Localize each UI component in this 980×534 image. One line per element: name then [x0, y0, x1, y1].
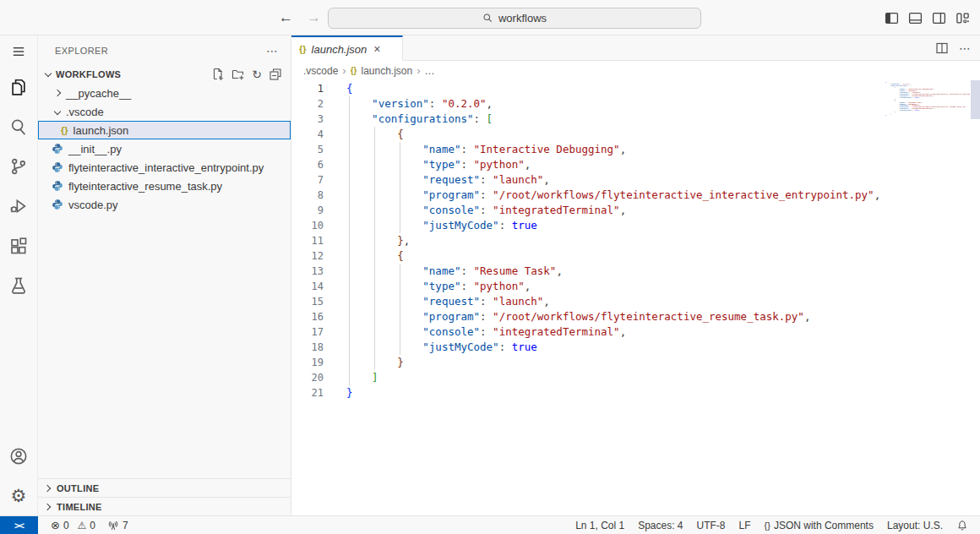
code-line[interactable]: 9 "console": "integratedTerminal", — [291, 203, 980, 218]
sidebar-bottom-sections: OUTLINE TIMELINE — [38, 478, 291, 515]
line-number[interactable]: 6 — [291, 157, 324, 172]
tree-item[interactable]: .vscode — [38, 102, 291, 121]
search-button[interactable] — [0, 106, 38, 146]
testing-button[interactable] — [0, 265, 38, 305]
line-number[interactable]: 3 — [291, 112, 324, 127]
remote-indicator[interactable]: >< — [0, 516, 38, 534]
language-mode-status[interactable]: {} JSON with Comments — [758, 516, 880, 534]
code-editor[interactable]: 1 { 2 "version": "0.2.0", 3 "configurati… — [291, 80, 980, 515]
code-line[interactable]: 21 } — [291, 385, 980, 400]
notifications-button[interactable] — [950, 516, 975, 534]
line-number[interactable]: 10 — [291, 218, 324, 233]
problems-status[interactable]: ⊗ 0 ⚠ 0 — [45, 516, 101, 534]
tree-item[interactable]: flyteinteractive_resume_task.py — [38, 177, 291, 195]
explorer-button[interactable] — [0, 67, 38, 106]
line-number[interactable]: 21 — [291, 385, 324, 400]
settings-button[interactable]: ⚙ — [0, 476, 38, 515]
code-line[interactable]: 14 "type": "python", — [291, 279, 980, 294]
code-line[interactable]: 13 "name": "Resume Task", — [291, 264, 980, 279]
code-line[interactable]: 8 "program": "/root/workflows/flyteinter… — [291, 188, 980, 203]
json-icon: {} — [299, 44, 307, 54]
extensions-button[interactable] — [0, 226, 38, 265]
line-number[interactable]: 15 — [291, 294, 324, 309]
line-number[interactable]: 20 — [291, 370, 324, 385]
encoding-status[interactable]: UTF-8 — [690, 516, 732, 534]
customize-layout-icon[interactable] — [956, 11, 970, 25]
code-line[interactable]: 12 { — [291, 248, 980, 264]
nav-back-button[interactable]: ← — [279, 9, 293, 26]
tree-item[interactable]: vscode.py — [38, 195, 291, 214]
accounts-button[interactable] — [0, 436, 38, 476]
line-number[interactable]: 13 — [291, 264, 324, 279]
outline-section-header[interactable]: OUTLINE — [38, 478, 291, 497]
line-number[interactable]: 9 — [291, 203, 324, 218]
line-number[interactable]: 2 — [291, 96, 324, 112]
line-number[interactable]: 7 — [291, 172, 324, 188]
line-number[interactable]: 4 — [291, 127, 324, 142]
toggle-secondary-sidebar-icon[interactable] — [932, 11, 946, 25]
timeline-section-header[interactable]: TIMELINE — [38, 497, 291, 515]
collapse-all-icon[interactable] — [269, 68, 282, 81]
code-line[interactable]: 17 "console": "integratedTerminal", — [291, 324, 980, 340]
line-number[interactable]: 18 — [291, 340, 324, 355]
new-file-icon[interactable] — [211, 68, 225, 81]
code-line[interactable]: 10 "justMyCode": true — [291, 218, 980, 233]
code-line[interactable]: 1 { — [291, 81, 980, 96]
refresh-icon[interactable]: ↻ — [252, 68, 262, 80]
line-number[interactable]: 5 — [291, 142, 324, 157]
line-number[interactable]: 11 — [291, 233, 324, 248]
code-line[interactable]: 16 "program": "/root/workflows/flyteinte… — [291, 309, 980, 324]
line-number[interactable]: 8 — [291, 188, 324, 203]
cursor-position-status[interactable]: Ln 1, Col 1 — [569, 516, 631, 534]
code-line[interactable]: 6 "type": "python", — [291, 157, 980, 172]
menu-button[interactable] — [0, 35, 38, 67]
code-line[interactable]: 19 } — [291, 355, 980, 370]
split-editor-icon[interactable] — [935, 41, 949, 55]
code-line[interactable]: 5 "name": "Interactive Debugging", — [291, 142, 980, 157]
line-number[interactable]: 12 — [291, 248, 324, 264]
remote-icon: >< — [14, 520, 24, 531]
explorer-more-actions-button[interactable]: ⋯ — [266, 44, 279, 57]
toggle-panel-icon[interactable] — [908, 11, 923, 25]
ports-status[interactable]: 7 — [101, 516, 134, 534]
eol-status[interactable]: LF — [732, 516, 758, 534]
code-line[interactable]: 15 "request": "launch", — [291, 294, 980, 309]
file-tree: __pycache__ .vscode {} launch.json __ini… — [38, 84, 291, 478]
line-number[interactable]: 16 — [291, 309, 324, 324]
breadcrumb-symbol[interactable]: … — [425, 65, 435, 77]
scrollbar-slider[interactable] — [971, 80, 980, 119]
line-content: "name": "Interactive Debugging", — [346, 142, 626, 157]
tab-close-button[interactable]: × — [373, 42, 380, 56]
minimap[interactable]: { "version": "0.2.0", "configurations": … — [885, 81, 970, 120]
tree-item[interactable]: {} launch.json — [38, 121, 291, 139]
line-number[interactable]: 14 — [291, 279, 324, 294]
indentation-status[interactable]: Spaces: 4 — [631, 516, 689, 534]
tab-launch-json[interactable]: {} launch.json × — [291, 35, 403, 61]
code-line[interactable]: 4 { — [291, 127, 980, 142]
tree-item[interactable]: flyteinteractive_interactive_entrypoint.… — [38, 158, 291, 177]
code-line[interactable]: 18 "justMyCode": true — [291, 340, 980, 355]
keyboard-layout-status[interactable]: Layout: U.S. — [880, 516, 950, 534]
code-line[interactable]: 7 "request": "launch", — [291, 172, 980, 188]
code-line[interactable]: 11 }, — [291, 233, 980, 248]
line-number[interactable]: 19 — [291, 355, 324, 370]
toggle-primary-sidebar-icon[interactable] — [885, 11, 899, 25]
breadcrumb-folder[interactable]: .vscode — [303, 65, 338, 77]
new-folder-icon[interactable] — [231, 68, 245, 81]
run-and-debug-button[interactable] — [0, 186, 38, 226]
workflows-section-header[interactable]: WORKFLOWS — [38, 65, 291, 84]
source-control-button[interactable] — [0, 146, 38, 186]
breadcrumb-file[interactable]: launch.json — [362, 65, 413, 77]
line-content: { — [346, 248, 404, 264]
tree-item[interactable]: __pycache__ — [38, 84, 291, 102]
search-icon — [482, 13, 493, 24]
breadcrumb-separator: › — [342, 64, 346, 77]
code-line[interactable]: 2 "version": "0.2.0", — [291, 96, 980, 112]
code-line[interactable]: 20 ] — [291, 370, 980, 385]
editor-more-actions-button[interactable]: ⋯ — [959, 41, 972, 55]
tree-item[interactable]: __init__.py — [38, 139, 291, 158]
code-line[interactable]: 3 "configurations": [ — [291, 112, 980, 127]
line-number[interactable]: 1 — [291, 81, 324, 96]
command-center-search[interactable]: workflows — [328, 8, 701, 29]
line-number[interactable]: 17 — [291, 324, 324, 340]
